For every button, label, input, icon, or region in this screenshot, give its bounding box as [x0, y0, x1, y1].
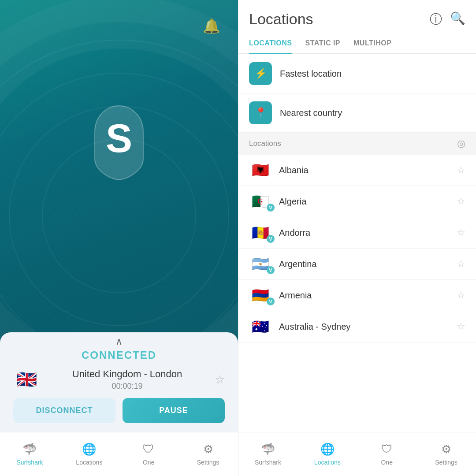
flag-armenia: 🇦🇲 V	[249, 287, 272, 304]
right-locations-icon: 🌐	[320, 443, 335, 456]
left-nav-locations[interactable]: 🌐 Locations	[60, 432, 119, 476]
section-label: Locations	[249, 139, 281, 148]
disconnect-button[interactable]: DISCONNECT	[13, 398, 115, 423]
favorite-argentina[interactable]: ☆	[457, 258, 465, 270]
right-locations-label: Locations	[314, 459, 341, 466]
notification-bell-icon[interactable]: 🔔	[203, 18, 220, 34]
connected-status: CONNECTED	[13, 349, 225, 361]
right-nav-settings[interactable]: ⚙ Settings	[416, 432, 476, 476]
location-item-argentina[interactable]: 🇦🇷 V Argentina ☆	[238, 249, 476, 280]
flag-albania: 🇦🇱	[249, 162, 272, 178]
locations-nav-label: Locations	[76, 459, 102, 466]
connected-card: ∧ CONNECTED 🇬🇧 United Kingdom - London 0…	[0, 332, 238, 432]
header-icons: ⓘ 🔍	[430, 11, 465, 28]
right-settings-label: Settings	[435, 459, 457, 466]
locations-list: ⚡ Fastest location 📍 Nearest country Loc…	[238, 54, 476, 432]
surfshark-logo[interactable]: S	[84, 101, 154, 182]
pause-button[interactable]: PAUSE	[123, 398, 225, 423]
left-nav-one[interactable]: 🛡 One	[119, 432, 178, 476]
locations-globe-icon: 🌐	[82, 443, 96, 456]
favorite-armenia[interactable]: ☆	[457, 290, 465, 301]
location-item-algeria[interactable]: 🇩🇿 V Algeria ☆	[238, 186, 476, 217]
right-surfshark-icon: 🦈	[261, 443, 275, 456]
left-nav-surfshark[interactable]: 🦈 Surfshark	[0, 432, 60, 476]
settings-gear-icon: ⚙	[203, 443, 213, 456]
location-item-andorra[interactable]: 🇦🇩 V Andorra ☆	[238, 217, 476, 249]
chevron-up-icon[interactable]: ∧	[13, 336, 225, 347]
country-name-australia: Australia - Sydney	[279, 322, 457, 332]
one-shield-icon: 🛡	[143, 443, 154, 456]
v-badge-argentina: V	[267, 266, 275, 274]
surfshark-icon: 🦈	[22, 443, 37, 456]
country-name-algeria: Algeria	[279, 197, 457, 207]
connected-flag: 🇬🇧	[13, 370, 40, 390]
left-nav-settings[interactable]: ⚙ Settings	[178, 432, 238, 476]
left-nav: 🦈 Surfshark 🌐 Locations 🛡 One ⚙ Settings	[0, 432, 238, 476]
nearest-label: Nearest country	[280, 108, 342, 118]
nearest-country-item[interactable]: 📍 Nearest country	[238, 93, 476, 133]
connection-timer: 00:00:19	[40, 382, 215, 391]
v-badge-algeria: V	[267, 204, 275, 212]
locations-section-header: Locations ◎	[238, 133, 476, 155]
location-item-australia[interactable]: 🇦🇺 Australia - Sydney ☆	[238, 311, 476, 342]
locations-title: Locations	[249, 11, 313, 28]
flag-andorra: 🇦🇩 V	[249, 224, 272, 241]
bottom-nav: 🦈 Surfshark 🌐 Locations 🛡 One ⚙ Settings…	[0, 432, 476, 476]
right-nav-one[interactable]: 🛡 One	[357, 432, 416, 476]
right-nav-locations[interactable]: 🌐 Locations	[298, 432, 357, 476]
search-icon[interactable]: 🔍	[450, 11, 465, 28]
right-nav: 🦈 Surfshark 🌐 Locations 🛡 One ⚙ Settings	[238, 432, 476, 476]
favorite-algeria[interactable]: ☆	[457, 196, 465, 207]
tabs-row: LOCATIONS STATIC IP MULTIHOP	[238, 33, 476, 54]
left-panel: 🔔 S ∧ CONNECTED 🇬🇧 United Kingdom - Lond…	[0, 0, 238, 432]
surfshark-label: Surfshark	[16, 459, 43, 466]
section-icon: ◎	[457, 138, 465, 149]
tab-multihop[interactable]: MULTIHOP	[353, 33, 391, 53]
nearest-icon: 📍	[249, 101, 272, 124]
location-item-armenia[interactable]: 🇦🇲 V Armenia ☆	[238, 280, 476, 311]
right-one-label: One	[381, 459, 392, 466]
right-header: Locations ⓘ 🔍	[238, 0, 476, 28]
right-panel: Locations ⓘ 🔍 LOCATIONS STATIC IP MULTIH…	[238, 0, 476, 432]
favorite-albania[interactable]: ☆	[457, 164, 465, 176]
right-settings-icon: ⚙	[441, 443, 451, 456]
country-name-argentina: Argentina	[279, 259, 457, 269]
country-name-andorra: Andorra	[279, 228, 457, 238]
favorite-star-icon[interactable]: ☆	[215, 373, 225, 387]
v-badge-armenia: V	[267, 298, 275, 305]
settings-nav-label: Settings	[197, 459, 219, 466]
fastest-icon: ⚡	[249, 62, 272, 85]
svg-text:S: S	[106, 116, 132, 160]
connected-location-name: United Kingdom - London	[40, 368, 215, 380]
location-item-albania[interactable]: 🇦🇱 Albania ☆	[238, 155, 476, 186]
favorite-australia[interactable]: ☆	[457, 321, 465, 332]
right-nav-surfshark[interactable]: 🦈 Surfshark	[238, 432, 298, 476]
fastest-label: Fastest location	[280, 69, 342, 79]
flag-australia: 🇦🇺	[249, 318, 272, 335]
v-badge-andorra: V	[267, 235, 275, 243]
flag-argentina: 🇦🇷 V	[249, 256, 272, 272]
right-one-icon: 🛡	[381, 443, 393, 456]
right-surfshark-label: Surfshark	[255, 459, 281, 466]
fastest-location-item[interactable]: ⚡ Fastest location	[238, 54, 476, 93]
one-nav-label: One	[143, 459, 154, 466]
tab-locations[interactable]: LOCATIONS	[249, 33, 292, 53]
country-name-armenia: Armenia	[279, 290, 457, 301]
info-icon[interactable]: ⓘ	[430, 11, 442, 28]
tab-static-ip[interactable]: STATIC IP	[305, 33, 340, 53]
country-name-albania: Albania	[279, 165, 457, 175]
favorite-andorra[interactable]: ☆	[457, 227, 465, 238]
flag-algeria: 🇩🇿 V	[249, 193, 272, 210]
